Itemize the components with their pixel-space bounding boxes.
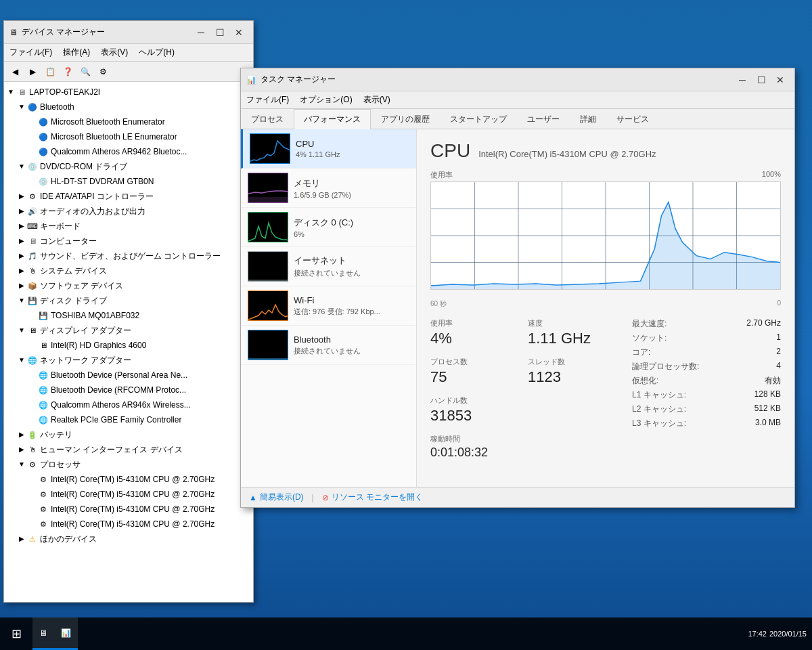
perf-item-memory[interactable]: メモリ 1.6/5.9 GB (27%) [241,169,416,208]
toolbar-back[interactable]: ◀ [7,64,23,79]
menu-view[interactable]: 表示(V) [95,45,133,60]
tm-menu-options[interactable]: オプション(O) [294,93,357,107]
tm-close-button[interactable]: ✕ [771,73,789,87]
toolbar-help[interactable]: ❓ [60,64,76,79]
tab-users[interactable]: ユーザー [517,109,570,129]
cpu-graph [430,181,781,290]
tree-dvd[interactable]: ▼ 💿 DVD/CD-ROM ドライブ [4,159,253,174]
tree-cpu2[interactable]: ⚙ Intel(R) Core(TM) i5-4310M CPU @ 2.70G… [4,487,253,502]
processor-icon: ⚙ [27,459,38,470]
device-manager-toolbar: ◀ ▶ 📋 ❓ 🔍 ⚙ [4,62,253,82]
tree-cpu4[interactable]: ⚙ Intel(R) Core(TM) i5-4310M CPU @ 2.70G… [4,517,253,532]
tm-menu-view[interactable]: 表示(V) [358,93,396,107]
ethernet-item-info: イーサネット 接続されていません [294,255,409,278]
tab-performance[interactable]: パフォーマンス [294,109,371,129]
right-stat-l3: L3 キャッシュ: 3.0 MB [632,418,781,429]
tree-audio[interactable]: ▶ 🔊 オーディオの入力および出力 [4,204,253,219]
right-stat-maxspeed: 最大速度: 2.70 GHz [632,318,781,330]
time-label-left: 60 秒 [430,299,447,309]
mem-item-name: メモリ [294,177,409,190]
device-tree[interactable]: ▼ 🖥 LAPTOP-6TEAKJ2I ▼ 🔵 Bluetooth 🔵 Micr… [4,82,253,602]
l2-value: 512 KB [754,404,781,415]
bluetooth-icon: 🔵 [27,102,38,112]
perf-item-ethernet[interactable]: イーサネット 接続されていません [241,247,416,286]
tree-sound[interactable]: ▶ 🎵 サウンド、ビデオ、およびゲーム コントローラー [4,248,253,263]
tree-realtek[interactable]: 🌐 Realtek PCIe GBE Family Controller [4,412,253,427]
perf-item-cpu[interactable]: CPU 4% 1.11 GHz [241,129,416,169]
tab-process[interactable]: プロセス [241,109,294,129]
stat-handles: ハンドル数 31853 [430,395,514,425]
menu-help[interactable]: ヘルプ(H) [133,45,180,60]
tree-bluetooth[interactable]: ▼ 🔵 Bluetooth [4,100,253,114]
tree-sysdev[interactable]: ▶ 🖱 システム デバイス [4,263,253,278]
taskbar-dm-icon: 🖥 [39,628,47,638]
tree-bt-qual[interactable]: 🔵 Qualcomm Atheros AR9462 Bluetoc... [4,144,253,159]
menu-action[interactable]: 操作(A) [58,45,95,60]
tree-computer[interactable]: ▶ 🖥 コンピューター [4,234,253,248]
perf-item-bluetooth[interactable]: Bluetooth 接続されていません [241,326,416,365]
tree-net-bt1[interactable]: 🌐 Bluetooth Device (Personal Area Ne... [4,368,253,383]
perf-item-disk[interactable]: ディスク 0 (C:) 6% [241,208,416,247]
tree-battery[interactable]: ▶ 🔋 バッテリ [4,427,253,442]
taskbar-task-manager[interactable]: 📊 [54,618,78,650]
tm-maximize-button[interactable]: ☐ [752,73,770,87]
tree-processor[interactable]: ▼ ⚙ プロセッサ [4,457,253,472]
tree-root[interactable]: ▼ 🖥 LAPTOP-6TEAKJ2I [4,85,253,100]
tree-cpu3-label: Intel(R) Core(TM) i5-4310M CPU @ 2.70GHz [51,502,215,516]
tree-display[interactable]: ▼ 🖥 ディスプレイ アダプター [4,323,253,338]
toolbar-settings[interactable]: ⚙ [95,64,111,79]
tree-display-label: ディスプレイ アダプター [40,324,131,337]
close-button[interactable]: ✕ [230,26,248,39]
tm-title-left: 📊 タスク マネージャー [246,74,336,85]
taskbar-device-manager[interactable]: 🖥 [32,618,54,650]
tm-menu-file[interactable]: ファイル(F) [241,93,294,107]
tab-app-history[interactable]: アプリの履歴 [371,109,440,129]
tree-bt-enum1[interactable]: 🔵 Microsoft Bluetooth Enumerator [4,114,253,129]
tree-hid[interactable]: ▶ 🖱 ヒューマン インターフェイス デバイス [4,442,253,457]
tree-hid-label: ヒューマン インターフェイス デバイス [40,443,183,456]
maximize-button[interactable]: ☐ [211,26,229,39]
start-button[interactable]: ⊞ [0,618,32,650]
toolbar-scan[interactable]: 🔍 [77,64,93,79]
toolbar-properties[interactable]: 📋 [42,64,58,79]
tree-net-bt2[interactable]: 🌐 Bluetooth Device (RFCOMM Protoc... [4,383,253,397]
right-stat-l1: L1 キャッシュ: 128 KB [632,389,781,401]
sound-icon: 🎵 [27,251,38,261]
bluetooth-mini-chart [248,330,288,360]
tree-cpu4-label: Intel(R) Core(TM) i5-4310M CPU @ 2.70GHz [51,517,215,531]
resource-monitor-button[interactable]: ⊘ リソース モニターを開く [322,492,423,503]
compact-view-button[interactable]: ▲ 簡易表示(D) [249,492,304,503]
l2-label: L2 キャッシュ: [632,404,686,415]
toolbar-forward[interactable]: ▶ [24,64,41,79]
hid-icon: 🖱 [27,444,38,455]
tree-qualcomm[interactable]: 🌐 Qualcomm Atheros AR946x Wireless... [4,397,253,412]
tree-bt-le[interactable]: 🔵 Microsoft Bluetooth LE Enumerator [4,129,253,144]
tree-keyboard[interactable]: ▶ ⌨ キーボード [4,219,253,234]
ide-icon: ⚙ [27,191,38,202]
tree-cpu1[interactable]: ⚙ Intel(R) Core(TM) i5-4310M CPU @ 2.70G… [4,472,253,487]
tree-software[interactable]: ▶ 📦 ソフトウェア デバイス [4,278,253,293]
mem-item-value: 1.6/5.9 GB (27%) [294,191,409,199]
tree-other[interactable]: ▶ ⚠ ほかのデバイス [4,532,253,546]
tab-startup[interactable]: スタートアップ [440,109,517,129]
tm-minimize-button[interactable]: ─ [734,73,751,87]
tree-network[interactable]: ▼ 🌐 ネットワーク アダプター [4,353,253,368]
tree-cpu3[interactable]: ⚙ Intel(R) Core(TM) i5-4310M CPU @ 2.70G… [4,502,253,517]
uptime-value: 0:01:08:32 [430,446,514,460]
tab-details[interactable]: 詳細 [570,109,606,129]
tree-intel-hd[interactable]: 🖥 Intel(R) HD Graphics 4600 [4,338,253,353]
diskdrive-icon: 💾 [27,295,38,306]
tree-ide[interactable]: ▶ ⚙ IDE ATA/ATAPI コントローラー [4,189,253,204]
cpu-item-value: 4% 1.11 GHz [296,150,409,158]
device-manager-menubar: ファイル(F) 操作(A) 表示(V) ヘルプ(H) [4,44,253,62]
minimize-button[interactable]: ─ [192,26,210,39]
tree-dvd-item[interactable]: 💿 HL-DT-ST DVDRAM GTB0N [4,174,253,189]
tab-services[interactable]: サービス [606,109,659,129]
tree-diskdrive[interactable]: ▼ 💾 ディスク ドライブ [4,293,253,308]
tm-title-icon: 📊 [246,75,256,85]
perf-item-wifi[interactable]: Wi-Fi 送信: 976 受信: 792 Kbp... [241,286,416,326]
tree-net-bt1-label: Bluetooth Device (Personal Area Ne... [51,368,187,382]
uptime-label: 稼動時間 [430,434,514,444]
menu-file[interactable]: ファイル(F) [4,45,58,60]
tree-toshiba[interactable]: 💾 TOSHIBA MQ01ABF032 [4,308,253,323]
